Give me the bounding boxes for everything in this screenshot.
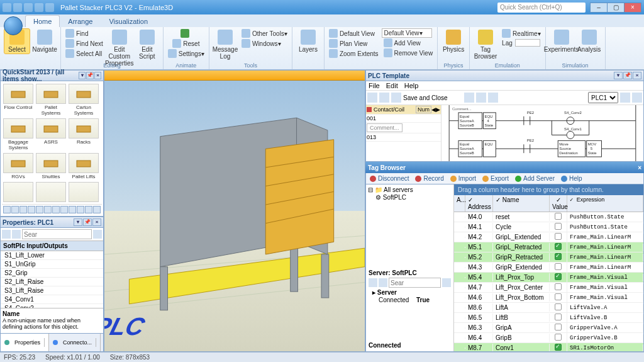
plan-view-button[interactable]: Plan View	[327, 38, 380, 48]
export-button[interactable]: Export	[482, 175, 509, 182]
property-item[interactable]: S4_Conv1	[1, 295, 103, 304]
app-orb[interactable]	[4, 16, 23, 35]
tag-row[interactable]: M4.6Lift_Prox_BottomFrame_Main.Visual	[454, 293, 643, 303]
lag-label: Lag	[500, 38, 542, 47]
default-view-dropdown[interactable]: Default View ▾	[382, 28, 432, 38]
find-next-button[interactable]: Find Next	[64, 38, 105, 48]
catalog-item[interactable]: Racks	[67, 117, 100, 152]
settings-button[interactable]: Settings ▾	[166, 48, 206, 59]
tag-row[interactable]: M8.7Conv1SR1.IsMotorOn	[454, 343, 643, 351]
svg-rect-1	[44, 91, 58, 98]
property-item[interactable]: S2_Lift_Raise	[1, 278, 103, 286]
quickstart-panel: QuickStart 2013 / (all items show...▾📌× …	[0, 70, 104, 217]
experiments-button[interactable]: Experiments	[548, 28, 575, 54]
tab-connections[interactable]: Connecto...	[49, 334, 101, 351]
find-button[interactable]: Find	[64, 28, 105, 38]
record-button[interactable]: Record	[415, 175, 443, 182]
tag-row[interactable]: M5.4Lift_Prox_TopFrame_Main.Visual	[454, 273, 643, 283]
tab-visualization[interactable]: Visualization	[101, 15, 156, 27]
close-button[interactable]: ×	[624, 3, 641, 13]
tag-row[interactable]: M4.1CyclePushButton1.State	[454, 222, 643, 232]
tag-row[interactable]: M6.3GripAGripperValve.A	[454, 323, 643, 333]
physics-button[interactable]: Physics	[440, 28, 467, 54]
svg-text:S4_Conv1: S4_Conv1	[564, 127, 582, 131]
svg-marker-19	[265, 140, 333, 254]
fwd-icon[interactable]	[379, 93, 389, 103]
catalog-item[interactable]: Carton Systems	[67, 82, 100, 117]
back-icon[interactable]	[367, 93, 377, 103]
plc-selector[interactable]: PLC1	[588, 92, 618, 103]
windows-button[interactable]: Windows ▾	[240, 38, 289, 48]
tag-row[interactable]: M4.0resetPushButton.State	[454, 212, 643, 222]
disconnect-button[interactable]: Disconnect	[370, 175, 409, 182]
quick-search[interactable]: Quick Search (Ctrl+Q)	[497, 3, 586, 13]
tab-properties[interactable]: Properties	[1, 334, 49, 351]
plc-menu-edit[interactable]: Edit	[386, 82, 398, 89]
catalog-item[interactable]: Pallet Lifts	[67, 152, 100, 181]
add-server-button[interactable]: Add Server	[515, 175, 555, 182]
tag-row[interactable]: M5.1GripL_RetractedFrame_Main.LinearM	[454, 242, 643, 252]
svg-text:S4_Conv2: S4_Conv2	[564, 111, 582, 115]
edit-script-button[interactable]: Edit Script	[134, 28, 160, 61]
tab-home[interactable]: Home	[25, 15, 60, 27]
catalog-item[interactable]: Baggage Systems	[2, 117, 35, 152]
navigate-button[interactable]: Navigate	[31, 28, 58, 54]
other-tools-button[interactable]: Other Tools ▾	[240, 28, 289, 38]
svg-text:EQU: EQU	[485, 142, 493, 146]
help-button[interactable]: Help	[561, 175, 582, 182]
maximize-button[interactable]: ▢	[607, 3, 625, 13]
add-view-button[interactable]: Add View	[382, 38, 435, 48]
svg-rect-7	[44, 161, 58, 167]
properties-search[interactable]	[22, 229, 92, 239]
remove-view-button[interactable]: Remove View	[382, 48, 435, 58]
tag-row[interactable]: M5.2GripR_RetractedFrame_Main.LinearM	[454, 252, 643, 263]
tab-arrange[interactable]: Arrange	[60, 15, 101, 27]
panel-dropdown[interactable]: ▾	[79, 72, 86, 79]
search-icon[interactable]	[93, 230, 102, 239]
svg-text:SourceB: SourceB	[460, 123, 474, 127]
property-item[interactable]: S1_UnGrip	[1, 260, 103, 269]
panel-pin[interactable]: 📌	[86, 72, 94, 79]
analysis-button[interactable]: Analysis	[576, 28, 602, 54]
server-tree[interactable]: ⊟ 📁 All servers ⚙ SoftPLC	[366, 184, 453, 203]
plc-menu-file[interactable]: File	[369, 82, 380, 89]
ribbon: Select Navigate Find Find Next Select Al…	[0, 27, 644, 70]
category-icon[interactable]	[12, 230, 21, 239]
catalog-item[interactable]: Shuttles	[35, 152, 67, 181]
sort-icon[interactable]	[2, 230, 11, 239]
tag-row[interactable]: M8.6LiftALiftValve.A	[454, 303, 643, 313]
tag-row[interactable]: M4.3GripR_ExtendedFrame_Main.LinearM	[454, 263, 643, 273]
plc-menu-help[interactable]: Help	[404, 82, 419, 89]
svg-rect-18	[321, 254, 329, 298]
catalog-item[interactable]: ASRS	[35, 117, 67, 152]
tb-close[interactable]: ×	[638, 164, 641, 171]
zoom-extents-button[interactable]: Zoom Extents	[327, 48, 380, 59]
property-item[interactable]: S2_Grip	[1, 269, 103, 278]
minimize-button[interactable]: –	[590, 3, 608, 13]
import-button[interactable]: Import	[450, 175, 476, 182]
panel-close[interactable]: ×	[94, 72, 101, 79]
catalog-item[interactable]: RGVs	[2, 152, 35, 181]
reset-button[interactable]: Reset	[170, 38, 201, 48]
tag-row[interactable]: M4.2GripL_ExtendedFrame_Main.LinearM	[454, 232, 643, 242]
property-item[interactable]: S3_Lift_Raise	[1, 286, 103, 295]
property-item[interactable]: S1_Lift_Lower	[1, 251, 103, 260]
3d-viewport[interactable]: PLC	[104, 70, 365, 352]
tag-row[interactable]: M4.7Lift_Prox_CenterFrame_Main.Visual	[454, 283, 643, 293]
default-view-button[interactable]: Default View	[327, 28, 380, 38]
svg-text:PE2: PE2	[527, 111, 534, 115]
play-button[interactable]	[179, 28, 193, 38]
tag-row[interactable]: M6.4GripBGripperValve.B	[454, 333, 643, 343]
layers-button[interactable]: Layers	[295, 28, 321, 54]
catalog-item[interactable]: Flow Control	[2, 82, 35, 117]
select-all-button[interactable]: Select All	[64, 48, 105, 59]
group-hint[interactable]: Drag a column header here to group by th…	[454, 184, 643, 195]
realtime-button[interactable]: Realtime ▾	[500, 28, 542, 38]
catalog-item[interactable]: Pallet Systems	[35, 82, 67, 117]
message-log-button[interactable]: Message Log	[212, 28, 238, 61]
tag-browser-button[interactable]: Tag Browser	[472, 28, 499, 61]
properties-panel: Properties: PLC1▾📌× SoftPlc Input/Output…	[0, 217, 104, 352]
tag-row[interactable]: M6.5LiftBLiftValve.B	[454, 313, 643, 323]
svg-rect-0	[11, 91, 25, 98]
save-icon[interactable]	[391, 93, 401, 103]
